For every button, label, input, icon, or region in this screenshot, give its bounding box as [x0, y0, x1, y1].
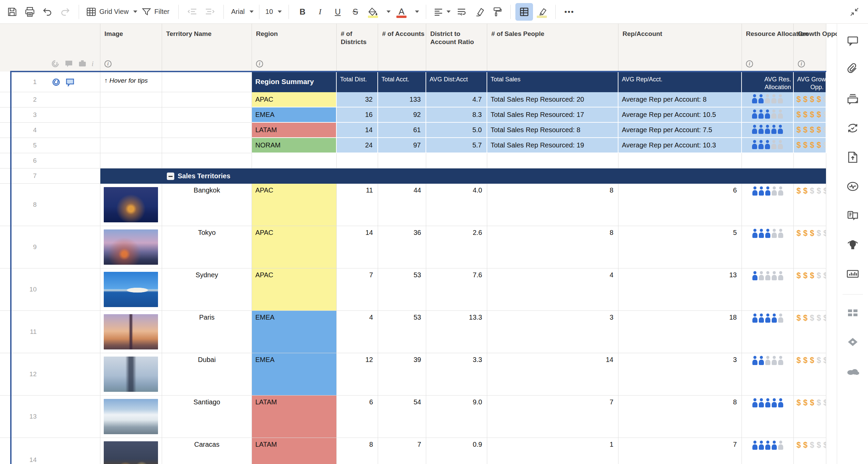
total-accounts-cell[interactable]: 92: [378, 107, 426, 123]
summary-col-header-cell[interactable]: AVG Rep/Acct.: [618, 72, 742, 92]
text-color-dropdown[interactable]: [410, 3, 421, 21]
charts-panel-button[interactable]: [843, 264, 862, 283]
territory-image-cell[interactable]: [100, 184, 162, 226]
total-districts-cell[interactable]: 32: [337, 92, 378, 107]
resource-allocation-cell[interactable]: [742, 311, 794, 353]
empty-cell[interactable]: [162, 72, 252, 92]
more-options-button[interactable]: •••: [560, 3, 578, 21]
empty-cell[interactable]: [100, 138, 162, 153]
growth-opportunity-cell[interactable]: $$$$$: [794, 396, 826, 438]
sales-people-cell[interactable]: 8: [487, 184, 618, 226]
row-number-cell[interactable]: 2: [0, 92, 100, 107]
total-districts-cell[interactable]: 16: [337, 107, 378, 123]
column-header-growth-opportunity[interactable]: Growth Opportunityi: [794, 24, 826, 72]
total-districts-cell[interactable]: 14: [337, 123, 378, 138]
accounts-cell[interactable]: 53: [378, 311, 426, 353]
empty-cell[interactable]: [618, 153, 742, 168]
districts-cell[interactable]: 8: [337, 438, 378, 464]
conversations-panel-button[interactable]: [843, 31, 862, 50]
clear-format-button[interactable]: [470, 3, 488, 21]
growth-opportunity-cell[interactable]: $$$$$: [794, 226, 826, 268]
sales-people-cell[interactable]: 4: [487, 268, 618, 311]
territory-image-paris[interactable]: [104, 314, 158, 349]
row-number-cell[interactable]: 13: [0, 396, 100, 438]
resource-allocation-cell[interactable]: [742, 268, 794, 311]
ratio-cell[interactable]: 2.6: [426, 226, 487, 268]
territory-image-caracas[interactable]: [104, 441, 158, 464]
fill-color-button[interactable]: [364, 3, 382, 21]
avg-ratio-cell[interactable]: 8.3: [426, 107, 487, 123]
collapse-toolbar-button[interactable]: [846, 3, 863, 21]
districts-cell[interactable]: 4: [337, 311, 378, 353]
territory-name-cell[interactable]: Dubai: [162, 353, 252, 396]
summary-col-header-cell[interactable]: AVG GrowthOpp.: [794, 72, 826, 92]
ratio-cell[interactable]: 0.9: [426, 438, 487, 464]
sales-people-cell[interactable]: 8: [487, 226, 618, 268]
highlight-button[interactable]: [533, 3, 551, 21]
accounts-cell[interactable]: 36: [378, 226, 426, 268]
undo-button[interactable]: [39, 3, 56, 21]
total-districts-cell[interactable]: 24: [337, 138, 378, 153]
accounts-cell[interactable]: 54: [378, 396, 426, 438]
row-number-cell[interactable]: 8: [0, 184, 100, 226]
resource-allocation-cell[interactable]: [742, 353, 794, 396]
sales-people-cell[interactable]: 14: [487, 353, 618, 396]
outdent-button[interactable]: [183, 3, 201, 21]
accounts-cell[interactable]: 53: [378, 268, 426, 311]
territory-name-cell[interactable]: Santiago: [162, 396, 252, 438]
territory-image-santiago[interactable]: [104, 399, 158, 434]
publish-panel-button[interactable]: [843, 148, 862, 167]
empty-cell[interactable]: [162, 153, 252, 168]
row-number-cell[interactable]: 9: [0, 226, 100, 268]
total-accounts-cell[interactable]: 133: [378, 92, 426, 107]
rep-account-cell[interactable]: 5: [618, 226, 742, 268]
indent-button[interactable]: [201, 3, 219, 21]
region-summary-title-cell[interactable]: Region Summary: [252, 72, 337, 92]
row-number-cell[interactable]: 7: [0, 168, 100, 184]
territory-image-cell[interactable]: [100, 438, 162, 464]
format-painter-button[interactable]: [488, 3, 506, 21]
resource-allocation-cell[interactable]: [742, 107, 794, 123]
region-cell[interactable]: NORAM: [252, 138, 337, 153]
rep-account-cell[interactable]: 3: [618, 353, 742, 396]
empty-cell[interactable]: [162, 92, 252, 107]
region-cell[interactable]: LATAM: [252, 123, 337, 138]
sales-people-cell[interactable]: 3: [487, 311, 618, 353]
empty-cell[interactable]: [100, 123, 162, 138]
activity-log-panel-button[interactable]: [843, 177, 862, 196]
territory-image-tokyo[interactable]: [104, 229, 158, 265]
empty-cell[interactable]: [100, 153, 162, 168]
avg-ratio-cell[interactable]: 4.7: [426, 92, 487, 107]
row-number-cell[interactable]: 14: [0, 438, 100, 464]
sales-people-cell[interactable]: 7: [487, 396, 618, 438]
growth-opportunity-cell[interactable]: $$$$$: [794, 438, 826, 464]
cell-borders-button[interactable]: [515, 3, 533, 21]
resource-allocation-cell[interactable]: [742, 92, 794, 107]
font-family-select[interactable]: Arial: [229, 3, 256, 21]
territory-name-cell[interactable]: Tokyo: [162, 226, 252, 268]
total-sales-cell[interactable]: Total Sales Rep Resourced: 8: [487, 123, 618, 138]
territory-name-cell[interactable]: Caracas: [162, 438, 252, 464]
growth-opportunity-cell[interactable]: $$$$$: [794, 353, 826, 396]
territory-name-cell[interactable]: Sydney: [162, 268, 252, 311]
row-number-cell[interactable]: 1: [0, 72, 100, 92]
region-cell[interactable]: APAC: [252, 92, 337, 107]
rep-account-cell[interactable]: 13: [618, 268, 742, 311]
text-color-button[interactable]: A: [393, 3, 410, 21]
resource-allocation-cell[interactable]: [742, 226, 794, 268]
empty-cell[interactable]: [100, 92, 162, 107]
proofs-panel-button[interactable]: [843, 89, 862, 108]
underline-button[interactable]: U: [329, 3, 347, 21]
info-icon[interactable]: i: [104, 60, 112, 67]
row-attachment-icon[interactable]: [52, 78, 61, 87]
growth-opportunity-cell[interactable]: $$$$$: [794, 184, 826, 226]
rep-account-cell[interactable]: 8: [618, 396, 742, 438]
column-header-territory-name[interactable]: Territory Name: [162, 24, 252, 72]
empty-cell[interactable]: [162, 138, 252, 153]
column-header-district-to-account-ratio[interactable]: District to Account Ratio: [426, 24, 487, 72]
row-number-cell[interactable]: 12: [0, 353, 100, 396]
total-sales-cell[interactable]: Total Sales Rep Resourced: 20: [487, 92, 618, 107]
districts-cell[interactable]: 12: [337, 353, 378, 396]
empty-cell[interactable]: [100, 107, 162, 123]
region-cell[interactable]: LATAM: [252, 438, 337, 464]
